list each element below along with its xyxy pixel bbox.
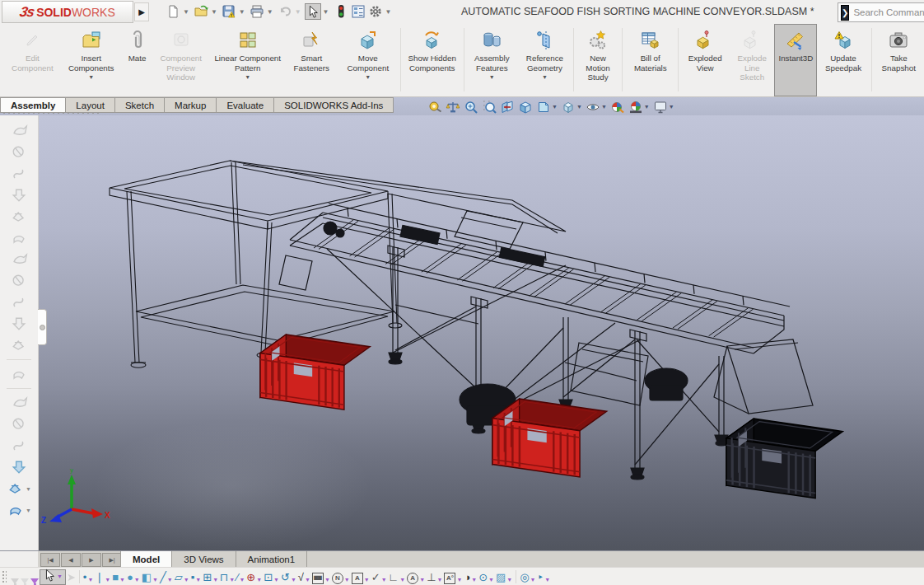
options-gear-dropdown-caret[interactable]: ▼	[385, 8, 392, 16]
exploded-view-button[interactable]: Exploded View	[680, 24, 730, 96]
tab-sketch[interactable]: Sketch	[115, 97, 165, 113]
tab-evaluate[interactable]: Evaluate	[217, 97, 274, 113]
surface-trim-button[interactable]	[7, 363, 31, 385]
mate-button[interactable]: Mate	[123, 24, 152, 96]
take-snapshot-button[interactable]: Take Snapshot	[874, 24, 924, 96]
layout-tool-button[interactable]: ⊡▼	[263, 569, 280, 584]
explode-line-sketch-button[interactable]: Explode Line Sketch	[730, 24, 774, 96]
hide-show-items-button[interactable]: ▼	[585, 100, 608, 115]
command-manager-grip[interactable]	[2, 111, 102, 115]
move-component-button[interactable]: Move Component ▼	[338, 24, 399, 96]
filter-flyout-button[interactable]	[10, 569, 20, 584]
print-document-button[interactable]	[249, 3, 265, 20]
show-hidden-components-button[interactable]: Show Hidden Components	[403, 24, 462, 96]
origin-tool-button[interactable]: ⊕▼	[245, 569, 263, 584]
surface-knit-button[interactable]	[7, 392, 31, 414]
point-small-tool-button[interactable]: ▪▼	[190, 569, 203, 584]
mass-properties-button[interactable]	[445, 100, 461, 115]
surface-extend-button[interactable]	[7, 313, 31, 335]
next-sheet-button[interactable]: ▶	[82, 553, 101, 567]
dimension-tool-button[interactable]: 🀰▼	[311, 569, 331, 584]
surface-ruled-button[interactable]	[7, 292, 31, 313]
convert-entities-tool-button[interactable]: ↺▼	[280, 569, 297, 584]
first-sheet-button[interactable]: |◀	[40, 553, 60, 567]
spline-equation-tool-button[interactable]: √▼	[297, 569, 311, 584]
feature-tree-collapse-handle[interactable]	[38, 309, 47, 345]
linear-component-pattern-button[interactable]: Linear Component Pattern ▼	[210, 24, 286, 96]
axis-tool-button[interactable]: ⁄▼	[236, 569, 245, 584]
graphics-viewport[interactable]: y X Z	[39, 115, 924, 550]
update-speedpak-button[interactable]: Update Speedpak	[817, 24, 869, 96]
datum-feature-tool-button[interactable]: ⊥▼	[426, 569, 443, 584]
dropdown-caret[interactable]: ▼	[542, 74, 548, 80]
ellipse-tool-button[interactable]: ●▼	[126, 569, 141, 584]
edit-appearance-button[interactable]	[609, 100, 626, 115]
tab-markup[interactable]: Markup	[165, 97, 217, 113]
previous-view-button[interactable]	[499, 100, 516, 115]
measure-button[interactable]	[427, 100, 443, 115]
profile-tool-button[interactable]: ⊓▼	[219, 569, 236, 584]
toolbar-grip[interactable]	[2, 570, 7, 583]
options-gear-button[interactable]	[367, 3, 384, 20]
surface-replace-face-button[interactable]	[7, 414, 31, 435]
dropdown-caret[interactable]: ▼	[88, 74, 94, 80]
area-hatch-tool-button[interactable]: ▨▼	[495, 569, 513, 584]
select-cursor-button[interactable]	[305, 3, 321, 20]
reference-plane-tool-button[interactable]: ▼	[7, 478, 31, 499]
reference-geometry-button[interactable]: Reference Geometry ▼	[518, 24, 572, 96]
apply-scene-button[interactable]: ▼	[628, 100, 651, 115]
search-commands-box[interactable]: ❯ Search Commands	[838, 2, 924, 22]
weld-symbol-tool-button[interactable]: ∟▼	[388, 569, 407, 584]
dropdown-caret[interactable]: ▼	[489, 74, 495, 80]
solid-cube-tool-button[interactable]	[7, 456, 31, 478]
last-sheet-button[interactable]: ▶|	[102, 553, 122, 567]
line-tool-button[interactable]: ╱▼	[159, 569, 174, 584]
display-style-button[interactable]: ▼	[560, 100, 583, 115]
surface-revolve-button[interactable]	[7, 142, 31, 163]
surface-fill-button[interactable]	[7, 227, 31, 249]
section-view-button[interactable]	[517, 100, 534, 115]
surface-sweep-button[interactable]	[7, 120, 31, 142]
component-preview-window-button[interactable]: Component Preview Window	[152, 24, 210, 96]
save-document-button[interactable]	[221, 3, 237, 20]
open-document-button[interactable]	[193, 3, 209, 20]
centerline-tool-button[interactable]: ❘▼	[94, 569, 111, 584]
magnetic-line-tool-button[interactable]: ‣▼	[537, 569, 552, 584]
surface-untrim-button[interactable]	[7, 435, 31, 456]
print-document-dropdown-caret[interactable]: ▼	[267, 8, 273, 16]
dropdown-caret[interactable]: ▼	[365, 74, 371, 80]
tab-model[interactable]: Model	[120, 551, 172, 567]
surface-planar-button[interactable]	[7, 249, 31, 270]
assembly-features-button[interactable]: Assembly Features ▼	[466, 24, 518, 96]
plane-tool-button[interactable]: ▱▼	[174, 569, 190, 584]
dropdown-caret[interactable]: ▼	[245, 74, 250, 80]
edit-component-button[interactable]: Edit Component	[5, 24, 60, 96]
undo-dropdown-caret[interactable]: ▼	[295, 8, 301, 16]
view-orientation-button[interactable]: ▼	[535, 100, 558, 115]
new-document-button[interactable]	[165, 3, 181, 20]
file-properties-button[interactable]	[350, 3, 366, 20]
surface-delete-face-button[interactable]	[7, 335, 31, 356]
rectangle-tool-button[interactable]: ■▼	[111, 569, 126, 584]
view-settings-button[interactable]: ▼	[652, 100, 675, 115]
surface-extrude-button[interactable]	[7, 185, 31, 206]
save-document-dropdown-caret[interactable]: ▼	[239, 8, 245, 16]
geometric-tolerance-tool-button[interactable]: ◑▼	[463, 569, 478, 584]
box-feature-tool-button[interactable]: ◧▼	[141, 569, 159, 584]
new-motion-study-button[interactable]: New Motion Study	[576, 24, 620, 96]
instant3d-button[interactable]: Instant3D	[774, 24, 817, 96]
open-document-dropdown-caret[interactable]: ▼	[211, 8, 217, 16]
previous-sheet-button[interactable]: ◀	[61, 553, 81, 567]
zoom-to-area-button[interactable]	[481, 100, 497, 115]
curves-tool-button[interactable]: ▼	[7, 499, 31, 521]
auto-balloon-tool-button[interactable]: ◎▼	[519, 569, 536, 584]
angle-note-tool-button[interactable]: A°▼	[443, 569, 463, 584]
bill-of-materials-button[interactable]: Bill of Materials	[624, 24, 676, 96]
smart-fasteners-button[interactable]: Smart Fasteners	[286, 24, 338, 96]
surface-finish-tool-button[interactable]: ✓▼	[371, 569, 388, 584]
selection-filter-toggle-button[interactable]	[30, 569, 40, 584]
menu-flyout-arrow[interactable]: ▶	[134, 2, 149, 21]
insert-components-button[interactable]: Insert Components ▼	[60, 24, 123, 96]
filter-stack-button[interactable]	[20, 569, 30, 584]
select-cursor-button[interactable]: ▼	[40, 569, 66, 585]
